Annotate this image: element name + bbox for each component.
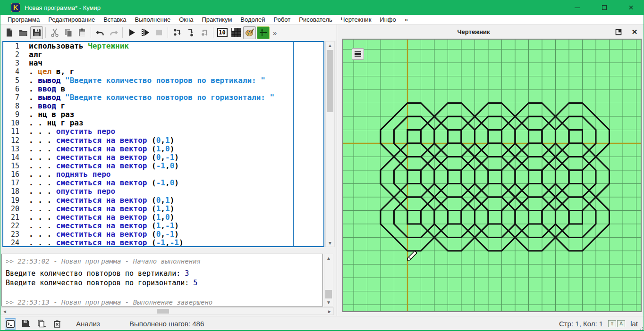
- clear-output-button[interactable]: [51, 318, 63, 330]
- code-line[interactable]: 5. вывод "Введите количество повторов по…: [3, 76, 323, 85]
- close-icon: ✕: [628, 4, 634, 11]
- run-continuous-button[interactable]: [125, 26, 138, 39]
- scroll-down-icon[interactable]: ▼: [324, 298, 333, 306]
- code-line[interactable]: 10. . нц г раз: [3, 119, 323, 127]
- toolbar-separator: [91, 27, 91, 38]
- code-line[interactable]: 15. . . сместиться на вектор (-1,0): [3, 162, 323, 170]
- code-line[interactable]: 16. . . поднять перо: [3, 170, 323, 179]
- line-number: 10: [3, 119, 19, 127]
- save-output-button[interactable]: [20, 318, 32, 330]
- drawer-window-button[interactable]: [257, 26, 270, 39]
- menu-item-3[interactable]: Выполнение: [130, 15, 175, 25]
- step-into-icon: [186, 28, 195, 37]
- undock-panel-button[interactable]: [614, 28, 623, 36]
- io-console[interactable]: >> 22:53:02 - Новая программа - Начало в…: [1, 254, 323, 306]
- code-line[interactable]: 3нач: [3, 59, 323, 67]
- menu-item-8[interactable]: Рисователь: [295, 15, 336, 25]
- line-number: 3: [3, 59, 19, 67]
- editor-vscroll-thumb[interactable]: [327, 50, 333, 112]
- new-program-button[interactable]: [3, 26, 16, 39]
- close-panel-button[interactable]: ✕: [630, 28, 639, 36]
- code-text: . . нц г раз: [29, 119, 84, 127]
- line-number: 7: [3, 93, 19, 102]
- code-line[interactable]: 22. . . сместиться на вектор (1,-1): [3, 222, 323, 230]
- run-steps-button[interactable]: [139, 26, 152, 39]
- code-editor[interactable]: 1использовать Чертежник2алг3нач4. цел в,…: [2, 41, 324, 247]
- console-meta-line: >> 22:53:02 - Новая программа - Начало в…: [6, 257, 322, 265]
- code-line[interactable]: 7. вывод "Введите количество повторов по…: [3, 93, 323, 102]
- stop-button[interactable]: [153, 26, 165, 39]
- scroll-down-icon[interactable]: ▼: [326, 239, 334, 247]
- save-icon: [32, 28, 42, 37]
- menu-item-2[interactable]: Вставка: [99, 15, 130, 25]
- code-text: алг: [29, 50, 42, 59]
- scroll-up-icon[interactable]: ▲: [326, 41, 334, 49]
- step-over-button[interactable]: [170, 26, 183, 39]
- panel-close-icon: ✕: [632, 28, 638, 36]
- line-number: 20: [3, 205, 19, 213]
- toolbar-separator: [45, 27, 46, 38]
- editor-vscrollbar[interactable]: ▲ ▼: [325, 41, 335, 247]
- code-line[interactable]: 9. нц в раз: [3, 110, 323, 119]
- step-into-button[interactable]: [184, 26, 197, 39]
- resize-grip[interactable]: [639, 325, 644, 330]
- axes-icon: [258, 27, 269, 38]
- menu-item-0[interactable]: Программа: [3, 15, 44, 25]
- code-line[interactable]: 6. ввод в: [3, 85, 323, 93]
- code-line[interactable]: 24. . . сместиться на вектор (-1,-1): [3, 239, 323, 247]
- code-line[interactable]: 23. . . сместиться на вектор (0,-1): [3, 230, 323, 239]
- cut-button[interactable]: [48, 26, 61, 39]
- paste-button[interactable]: [76, 26, 88, 39]
- code-line[interactable]: 20. . . сместиться на вектор (1,1): [3, 205, 323, 213]
- console-hscroll-thumb[interactable]: [157, 309, 169, 314]
- open-program-button[interactable]: [17, 26, 29, 39]
- save-program-button[interactable]: [30, 26, 43, 39]
- terminal-toggle-button[interactable]: [5, 318, 16, 330]
- menu-item-11[interactable]: »: [400, 15, 412, 25]
- code-line[interactable]: 13. . . сместиться на вектор (1,0): [3, 145, 323, 153]
- menu-item-4[interactable]: Окна: [175, 15, 197, 25]
- step-out-button[interactable]: [198, 26, 211, 39]
- console-vscroll-thumb[interactable]: [325, 290, 332, 298]
- show-values-button[interactable]: 10: [216, 26, 229, 39]
- menu-item-7[interactable]: Робот: [270, 15, 295, 25]
- redo-button[interactable]: [107, 26, 120, 39]
- drawer-canvas[interactable]: [342, 39, 642, 312]
- code-line[interactable]: 1использовать Чертежник: [3, 42, 323, 50]
- code-line[interactable]: 17. . . сместиться на вектор (-1,0): [3, 179, 323, 187]
- code-line[interactable]: 2алг: [3, 50, 323, 59]
- maximize-button[interactable]: [591, 0, 618, 15]
- menu-item-9[interactable]: Чертежник: [337, 15, 376, 25]
- scroll-left-icon[interactable]: ◄: [1, 308, 8, 314]
- copy-button[interactable]: [62, 26, 75, 39]
- copy-output-button[interactable]: [36, 318, 47, 330]
- undo-button[interactable]: [93, 26, 106, 39]
- console-hscrollbar[interactable]: ◄ ►: [0, 307, 334, 315]
- close-button[interactable]: ✕: [618, 0, 644, 15]
- code-line[interactable]: 12. . . сместиться на вектор (0,1): [3, 136, 323, 145]
- console-vscrollbar[interactable]: ▲ ▼: [324, 254, 333, 306]
- menu-item-1[interactable]: Редактирование: [44, 15, 99, 25]
- code-line[interactable]: 18. . . опустить перо: [3, 187, 323, 196]
- code-line[interactable]: 19. . . сместиться на вектор (0,1): [3, 196, 323, 205]
- code-line[interactable]: 11. . . опустить перо: [3, 127, 323, 136]
- tools-palette-button[interactable]: [243, 26, 256, 39]
- panel-splitter[interactable]: [337, 25, 337, 316]
- code-line[interactable]: 8. ввод г: [3, 102, 323, 110]
- undock-icon: [615, 29, 622, 35]
- line-number: 14: [3, 153, 19, 162]
- show-table-button[interactable]: [229, 26, 242, 39]
- scroll-right-icon[interactable]: ►: [326, 308, 333, 314]
- code-line[interactable]: 4. цел в, г: [3, 67, 323, 76]
- menu-item-10[interactable]: Инфо: [375, 15, 400, 25]
- toolbar-overflow-button[interactable]: »: [273, 29, 277, 37]
- code-line[interactable]: 21. . . сместиться на вектор (1,0): [3, 213, 323, 222]
- menu-item-6[interactable]: Водолей: [236, 15, 269, 25]
- scroll-up-icon[interactable]: ▲: [324, 254, 333, 262]
- drawer-menu-button[interactable]: [352, 48, 364, 60]
- menu-item-5[interactable]: Практикум: [197, 15, 236, 25]
- redo-icon: [109, 28, 119, 37]
- code-line[interactable]: 14. . . сместиться на вектор (0,-1): [3, 153, 323, 162]
- minimize-button[interactable]: [564, 0, 591, 15]
- new-file-icon: [5, 28, 14, 37]
